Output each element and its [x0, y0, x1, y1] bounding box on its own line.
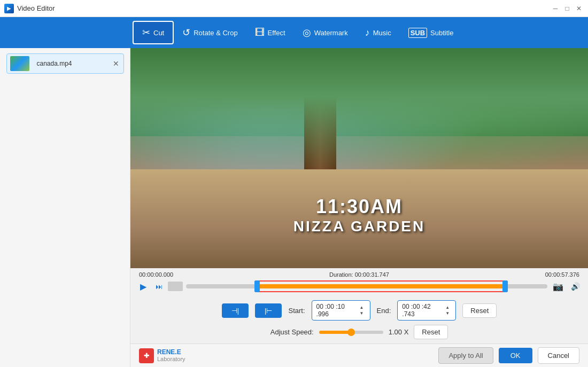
- video-location: NIZZA GARDEN: [293, 218, 425, 235]
- handle-right[interactable]: [502, 280, 508, 292]
- timeline-section: 00:00:00.000 Duration: 00:00:31.747 00:0…: [130, 268, 588, 296]
- cut-time-row: ⊣| |⊢ Start: 00 :00 :10 .996 ▲ ▼ End: 00…: [139, 300, 579, 321]
- bottom-buttons: Apply to All OK Cancel: [438, 347, 579, 364]
- end-spinner-down[interactable]: ▼: [444, 311, 451, 316]
- app-icon: ▶: [4, 4, 14, 13]
- end-label: End:: [377, 307, 391, 315]
- video-overlay: 11:30AM NIZZA GARDEN: [293, 196, 425, 235]
- window-controls: ─ □ ✕: [551, 4, 584, 13]
- cut-controls: ⊣| |⊢ Start: 00 :00 :10 .996 ▲ ▼ End: 00…: [130, 296, 588, 343]
- sidebar-file-item[interactable]: canada.mp4 ✕: [6, 53, 124, 74]
- cut-end-button[interactable]: |⊢: [255, 303, 282, 318]
- logo-line1: RENE.E: [157, 348, 185, 356]
- timeline-duration: Duration: 00:00:31.747: [329, 271, 389, 278]
- logo-text: RENE.E Laboratory: [157, 348, 185, 363]
- tab-music-label: Music: [373, 29, 391, 37]
- track-background: [186, 284, 547, 288]
- timeline-controls-row: ▶ ⏭ 📷 🔊: [137, 279, 582, 294]
- tab-music[interactable]: ♪ Music: [357, 21, 400, 44]
- sidebar: canada.mp4 ✕: [0, 48, 130, 367]
- speed-label: Adjust Speed:: [270, 328, 314, 336]
- timeline-start-time: 00:00:00.000: [139, 271, 173, 278]
- end-spinner-up[interactable]: ▲: [444, 305, 451, 310]
- main-area: canada.mp4 ✕ 11:30AM NIZZA GARDEN: [0, 48, 588, 367]
- speed-row: Adjust Speed: 1.00 X Reset: [139, 325, 579, 339]
- app-title: Video Editor: [17, 4, 55, 12]
- end-time-input[interactable]: 00 :00 :42 .743 ▲ ▼: [397, 300, 456, 321]
- cut-start-button[interactable]: ⊣|: [222, 303, 249, 318]
- logo-area: ✚ RENE.E Laboratory: [139, 348, 185, 363]
- cancel-button[interactable]: Cancel: [538, 347, 579, 364]
- apply-all-button[interactable]: Apply to All: [438, 347, 493, 364]
- speed-value: 1.00 X: [389, 328, 409, 336]
- speed-slider[interactable]: [319, 331, 383, 334]
- volume-button[interactable]: 🔊: [569, 280, 582, 293]
- video-time: 11:30AM: [293, 196, 425, 218]
- tab-effect[interactable]: 🎞 Effect: [246, 21, 294, 44]
- logo-line2: Laboratory: [157, 356, 185, 363]
- start-spinner-up[interactable]: ▲: [358, 305, 366, 310]
- end-time-value: 00 :00 :42 .743: [402, 303, 444, 318]
- cut-start-icon: ⊣|: [231, 307, 239, 315]
- sidebar-filename: canada.mp4: [37, 60, 72, 67]
- video-preview: 11:30AM NIZZA GARDEN: [130, 48, 588, 268]
- close-button[interactable]: ✕: [574, 4, 584, 13]
- subtitle-icon: SUB: [408, 28, 427, 38]
- screenshot-button[interactable]: 📷: [551, 279, 566, 294]
- timeline-spacer: [168, 282, 183, 291]
- logo-icon: ✚: [139, 348, 154, 363]
- tab-cut-label: Cut: [153, 29, 164, 37]
- content-area: 11:30AM NIZZA GARDEN 00:00:00.000 Durati…: [130, 48, 588, 367]
- handle-left[interactable]: [254, 280, 260, 292]
- step-forward-button[interactable]: ⏭: [153, 280, 165, 292]
- tab-bar: ✂ Cut ↺ Rotate & Crop 🎞 Effect ◎ Waterma…: [0, 17, 588, 48]
- cut-end-icon: |⊢: [265, 307, 272, 315]
- start-label: Start:: [288, 307, 305, 315]
- start-spinners[interactable]: ▲ ▼: [358, 305, 366, 316]
- speed-slider-thumb[interactable]: [347, 329, 355, 336]
- end-spinners[interactable]: ▲ ▼: [444, 305, 451, 316]
- ok-button[interactable]: OK: [499, 348, 532, 363]
- tab-subtitle[interactable]: SUB Subtitle: [400, 21, 462, 44]
- speed-reset-button[interactable]: Reset: [414, 325, 448, 339]
- time-reset-button[interactable]: Reset: [462, 303, 497, 318]
- music-icon: ♪: [365, 27, 370, 38]
- title-bar: ▶ Video Editor ─ □ ✕: [0, 0, 588, 17]
- rotate-icon: ↺: [182, 27, 190, 38]
- timeline-timestamps: 00:00:00.000 Duration: 00:00:31.747 00:0…: [137, 271, 582, 278]
- tab-subtitle-label: Subtitle: [430, 29, 453, 37]
- minimize-button[interactable]: ─: [551, 4, 560, 13]
- maximize-button[interactable]: □: [562, 4, 572, 13]
- track-selection: [258, 284, 504, 288]
- tab-rotate-crop[interactable]: ↺ Rotate & Crop: [174, 21, 246, 44]
- timeline-end-time: 00:00:57.376: [545, 271, 579, 278]
- tab-watermark-label: Watermark: [314, 29, 348, 37]
- effect-icon: 🎞: [255, 27, 265, 38]
- start-time-value: 00 :00 :10 .996: [316, 303, 358, 318]
- play-button[interactable]: ▶: [137, 280, 150, 293]
- tab-watermark[interactable]: ◎ Watermark: [294, 21, 357, 44]
- tab-effect-label: Effect: [268, 29, 285, 37]
- tab-rotate-label: Rotate & Crop: [194, 29, 237, 37]
- start-time-input[interactable]: 00 :00 :10 .996 ▲ ▼: [312, 300, 370, 321]
- timeline-track[interactable]: [186, 280, 547, 292]
- sidebar-close-button[interactable]: ✕: [112, 59, 120, 68]
- tab-cut[interactable]: ✂ Cut: [133, 21, 174, 44]
- start-spinner-down[interactable]: ▼: [358, 311, 366, 316]
- bottom-bar: ✚ RENE.E Laboratory Apply to All OK Canc…: [130, 343, 588, 367]
- cut-icon: ✂: [142, 27, 150, 38]
- watermark-icon: ◎: [303, 27, 311, 38]
- sidebar-thumbnail: [10, 56, 29, 71]
